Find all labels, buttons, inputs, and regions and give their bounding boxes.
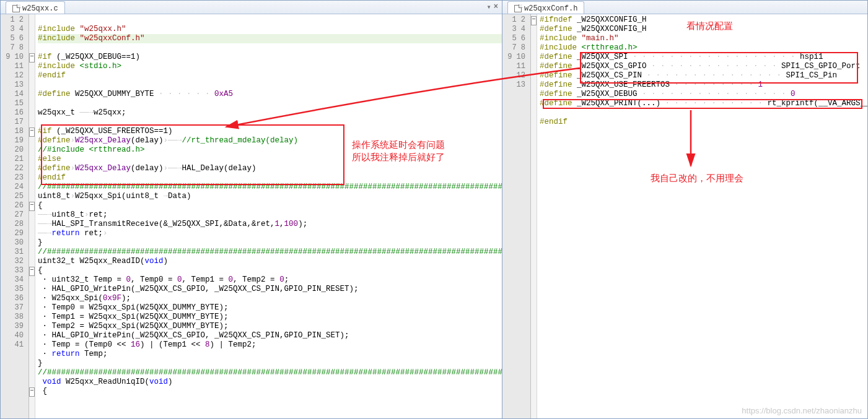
code-line[interactable]: #include "w25qxxConf.h" [38,34,502,43]
code-line[interactable]: } [38,238,502,248]
code-line[interactable]: #define _W25QXX_USE_FREERTOS · · · · · ·… [540,80,867,90]
code-line[interactable]: #include <stdio.h> [38,62,502,71]
code-line[interactable]: //######################################… [38,248,502,257]
code-line[interactable] [38,99,502,108]
editor-pane-left: w25qxx.c ▾ × 1 2 3 4 5 6 7 8 9 10 11 12 … [1,1,502,418]
code-line[interactable]: void W25qxx_ReadUniqID(void) [38,378,502,387]
code-line[interactable] [540,127,867,136]
code-line[interactable]: //######################################… [38,368,502,378]
tab-controls: ▾ × [487,2,498,12]
fold-column[interactable] [531,14,537,418]
editor-right[interactable]: 1 2 3 4 5 6 7 8 9 10 11 12 13 #ifndef _W… [502,14,867,418]
code-area[interactable]: #ifndef _W25QXXCONFIG_H#define _W25QXXCO… [537,14,867,418]
code-line[interactable]: { [38,387,502,396]
code-line[interactable]: · HAL_GPIO_WritePin(_W25QXX_CS_GPIO, _W2… [38,331,502,340]
file-icon [514,5,522,12]
code-line[interactable]: · W25qxx_Spi(0x9F); [38,294,502,303]
code-line[interactable]: #define W25QXX_DUMMY_BYTE · · · · · · 0x… [38,90,502,99]
code-line[interactable]: { [38,266,502,275]
code-line[interactable]: #include <rtthread.h> [540,43,867,53]
code-line[interactable]: w25qxx_t ——→w25qxx; [38,108,502,118]
fold-column[interactable] [29,14,35,418]
editor-left[interactable]: 1 2 3 4 5 6 7 8 9 10 11 12 13 14 15 16 1… [1,14,502,418]
code-line[interactable]: } [38,359,502,368]
code-line[interactable]: #define _W25QXX_CS_PIN · · · · · · · · ·… [540,71,867,80]
code-line[interactable]: ——→return ret;› [38,229,502,238]
tab-label: w25qxxConf.h [524,4,577,13]
code-line[interactable]: · uint32_t Temp = 0, Temp0 = 0, Temp1 = … [38,275,502,285]
code-line[interactable] [540,108,867,118]
code-line[interactable]: ——→HAL_SPI_TransmitReceive(&_W25QXX_SPI,… [38,220,502,229]
tab-w25qxx-c[interactable]: w25qxx.c [6,1,65,14]
line-gutter: 1 2 3 4 5 6 7 8 9 10 11 12 13 14 15 16 1… [1,14,29,418]
line-gutter: 1 2 3 4 5 6 7 8 9 10 11 12 13 [502,14,531,418]
code-line[interactable]: · HAL_GPIO_WritePin(_W25QXX_CS_GPIO, _W2… [38,285,502,294]
code-line[interactable]: #endif [540,118,867,127]
tabbar-right: w25qxxConf.h [502,1,867,14]
code-line[interactable]: #define›W25qxx_Delay(delay)›——→//rt_thre… [38,136,502,145]
code-line[interactable]: uint32_t W25qxx_ReadID(void) [38,257,502,266]
code-line[interactable]: #endif [38,71,502,80]
code-line[interactable]: //######################################… [38,183,502,192]
code-line[interactable]: · return Temp; [38,350,502,359]
editor-pane-right: w25qxxConf.h 1 2 3 4 5 6 7 8 9 10 11 12 … [502,1,867,418]
code-line[interactable]: #ifndef _W25QXXCONFIG_H [540,15,867,25]
code-area[interactable]: #include "w25qxx.h"#include "w25qxxConf.… [35,14,502,418]
code-line[interactable] [38,80,502,90]
code-line[interactable]: #define _W25QXX_PRINT(...) · · · · · · ·… [540,99,867,108]
tab-label: w25qxx.c [22,4,58,13]
code-line[interactable]: #define _W25QXX_SPI · · · · · · · · · · … [540,53,867,62]
code-line[interactable]: //#include <rtthread.h> [38,145,502,155]
code-line[interactable]: #define _W25QXX_CS_GPIO · · · · · · · · … [540,62,867,71]
code-line[interactable]: #include "main.h" [540,34,867,43]
code-line[interactable]: ——→uint8_t›ret; [38,210,502,220]
code-line[interactable]: #include "w25qxx.h" [38,25,502,34]
code-line[interactable]: #if (_W25QXX_USE_FREERTOS==1) [38,127,502,136]
code-line[interactable]: #define _W25QXX_DEBUG · · · · · · · · · … [540,90,867,99]
code-line[interactable]: · Temp2 = W25qxx_Spi(W25QXX_DUMMY_BYTE); [38,322,502,331]
code-line[interactable]: #else [38,155,502,164]
tab-w25qxxconf-h[interactable]: w25qxxConf.h [507,1,584,14]
code-line[interactable]: · Temp1 = W25qxx_Spi(W25QXX_DUMMY_BYTE); [38,313,502,322]
file-icon [12,5,20,12]
code-line[interactable]: · Temp0 = W25qxx_Spi(W25QXX_DUMMY_BYTE); [38,303,502,313]
close-icon[interactable]: × [494,2,498,12]
code-line[interactable]: #define›W25qxx_Delay(delay)›——→HAL_Delay… [38,164,502,173]
code-line[interactable] [38,118,502,127]
watermark: https://blog.csdn.net/zhaonianzhu [742,406,862,415]
code-line[interactable]: #endif [38,173,502,183]
code-line[interactable] [38,43,502,53]
code-line[interactable]: { [38,201,502,210]
tab-dropdown-icon[interactable]: ▾ [487,2,491,12]
tabbar-left: w25qxx.c ▾ × [1,1,502,14]
code-line[interactable]: #if (_W25QXX_DEBUG==1) [38,53,502,62]
code-line[interactable]: uint8_t›W25qxx_Spi(uint8_t →Data) [38,192,502,201]
code-line[interactable]: · Temp = (Temp0 << 16) | (Temp1 << 8) | … [38,340,502,350]
code-line[interactable] [38,15,502,25]
code-line[interactable]: #define _W25QXXCONFIG_H [540,25,867,34]
